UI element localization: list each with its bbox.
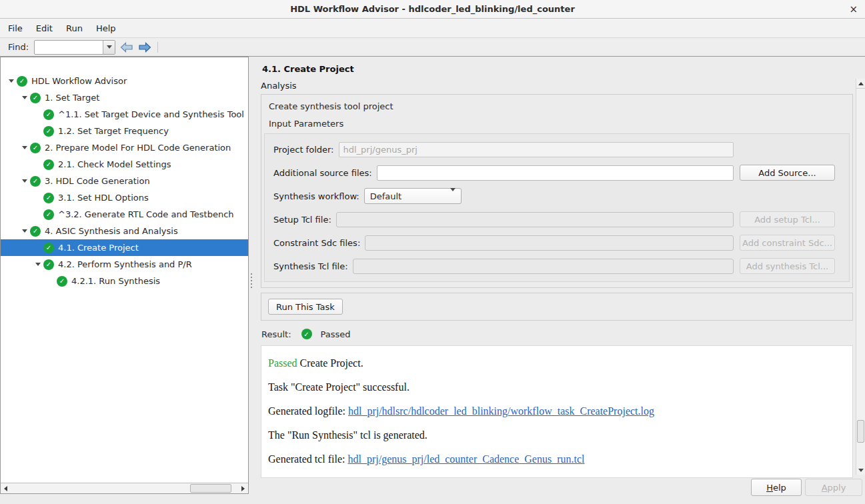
param-row-synthesis-tcl-file: Synthesis Tcl file:Add synthesis Tcl... <box>273 258 840 274</box>
scrollbar-track[interactable] <box>11 483 238 493</box>
triangle-down-icon <box>35 263 41 266</box>
tree-item-4-1-create-project[interactable]: ✓4.1. Create Project <box>1 239 248 256</box>
tree: ✓HDL Workflow Advisor✓1. Set Target✓^1.1… <box>1 57 248 483</box>
scroll-left-button[interactable] <box>1 483 11 493</box>
tree-item-label: 4.2.1. Run Synthesis <box>71 276 160 286</box>
menubar: FileEditRunHelp <box>0 19 865 38</box>
task-scroll-area: Analysis Create synthesis tool project I… <box>253 79 865 475</box>
tree-item-4-asic-synthesis-and-analysis[interactable]: ✓4. ASIC Synthesis and Analysis <box>1 223 248 239</box>
report-link[interactable]: hdl_prj/hdlsrc/hdlcoder_led_blinking/wor… <box>348 405 654 417</box>
menu-item-help[interactable]: Help <box>89 21 123 36</box>
tree-item-label: ^3.2. Generate RTL Code and Testbench <box>58 209 234 219</box>
tree-item-hdl-workflow-advisor[interactable]: ✓HDL Workflow Advisor <box>1 73 248 89</box>
hdl-workflow-advisor-window: HDL Workflow Advisor - hdlcoder_led_blin… <box>0 0 865 504</box>
find-next-button[interactable] <box>138 42 151 53</box>
scroll-up-button[interactable] <box>856 79 865 88</box>
synthesis-tcl-file-input <box>353 259 734 274</box>
task-panel: 4.1. Create Project Analysis Create synt… <box>253 57 865 504</box>
tree-item-label: HDL Workflow Advisor <box>31 76 127 86</box>
menu-item-run[interactable]: Run <box>59 21 89 36</box>
tree-item-label: 1.2. Set Target Frequency <box>58 126 169 136</box>
tree-item-3-hdl-code-generation[interactable]: ✓3. HDL Code Generation <box>1 173 248 189</box>
tree-item-label: 4.1. Create Project <box>58 243 139 253</box>
add-source-button[interactable]: Add Source... <box>740 165 835 181</box>
expander-icon[interactable] <box>19 229 30 233</box>
param-row-project-folder: Project folder: <box>273 141 840 157</box>
close-icon[interactable]: × <box>849 0 858 18</box>
left-column: ✓HDL Workflow Advisor✓1. Set Target✓^1.1… <box>0 57 249 504</box>
expander-icon[interactable] <box>19 96 30 99</box>
passed-check-icon: ✓ <box>43 243 54 253</box>
param-row-constraint-sdc-files: Constraint Sdc files:Add constraint Sdc.… <box>273 235 840 251</box>
report-line: Passed Create Project. <box>268 357 846 369</box>
triangle-down-icon <box>9 79 14 83</box>
expander-icon[interactable] <box>6 79 17 83</box>
menu-item-edit[interactable]: Edit <box>29 21 59 36</box>
tree-item-1-set-target[interactable]: ✓1. Set Target <box>1 89 248 106</box>
tree-horizontal-scrollbar[interactable] <box>1 483 248 493</box>
scrollbar-track[interactable] <box>856 88 865 465</box>
tree-item-4-2-perform-synthesis-and-p-r[interactable]: ✓4.2. Perform Synthesis and P/R <box>1 256 248 273</box>
tree-item-2-1-check-model-settings[interactable]: ✓2.1. Check Model Settings <box>1 156 248 173</box>
tree-item-4-2-1-run-synthesis[interactable]: ✓4.2.1. Run Synthesis <box>1 273 248 289</box>
result-line: Result: ✓ Passed <box>261 329 853 339</box>
report-line: Generated tcl file: hdl_prj/genus_prj/le… <box>268 453 846 465</box>
param-row-additional-source-files: Additional source files:Add Source... <box>273 165 840 181</box>
help-button[interactable]: Help <box>751 479 802 496</box>
tree-item-1-1-set-target-device-and-synthesis-tool[interactable]: ✓^1.1. Set Target Device and Synthesis T… <box>1 106 248 123</box>
panel-splitter[interactable] <box>249 57 253 504</box>
tree-item-2-prepare-model-for-hdl-code-generation[interactable]: ✓2. Prepare Model For HDL Code Generatio… <box>1 139 248 156</box>
tree-item-label: 1. Set Target <box>45 93 99 103</box>
find-previous-button[interactable] <box>120 42 133 53</box>
find-input[interactable] <box>35 41 103 54</box>
synthesis-workflow-label: Synthesis workflow: <box>273 191 359 201</box>
scrollbar-thumb[interactable] <box>190 484 231 493</box>
tree-item-label: 4.2. Perform Synthesis and P/R <box>58 259 192 269</box>
find-dropdown-button[interactable] <box>103 41 115 54</box>
report-line: Task "Create Project" successful. <box>268 381 846 393</box>
expander-icon[interactable] <box>19 179 30 183</box>
scroll-right-button[interactable] <box>238 483 248 493</box>
report-text: Generated logfile: <box>268 405 348 417</box>
tree-item-1-2-set-target-frequency[interactable]: ✓1.2. Set Target Frequency <box>1 123 248 139</box>
run-this-task-button[interactable]: Run This Task <box>268 299 343 315</box>
passed-check-icon: ✓ <box>43 159 54 170</box>
scroll-down-button[interactable] <box>856 465 865 475</box>
report: Passed Create Project.Task "Create Proje… <box>261 345 853 478</box>
add-setup-tcl-button: Add setup Tcl... <box>740 211 835 227</box>
passed-check-icon: ✓ <box>301 329 312 339</box>
report-text: Task "Create Project" successful. <box>268 381 409 393</box>
scrollbar-thumb[interactable] <box>857 420 864 443</box>
project-folder-label: Project folder: <box>273 145 334 155</box>
passed-check-icon: ✓ <box>17 76 27 87</box>
workflow-tree-panel: ✓HDL Workflow Advisor✓1. Set Target✓^1.1… <box>0 57 249 494</box>
report-text: The "Run Synthesis" tcl is generated. <box>268 429 427 441</box>
task-title: 4.1. Create Project <box>262 64 865 74</box>
constraint-sdc-files-input <box>365 235 734 251</box>
expander-icon[interactable] <box>33 263 43 266</box>
expander-icon[interactable] <box>19 146 30 149</box>
menu-item-file[interactable]: File <box>1 21 29 36</box>
arrow-left-icon <box>4 486 7 491</box>
task-body: Analysis Create synthesis tool project I… <box>253 79 856 475</box>
passed-check-icon: ✓ <box>43 209 54 220</box>
content-vertical-scrollbar[interactable] <box>856 79 865 475</box>
add-synthesis-tcl-button: Add synthesis Tcl... <box>740 258 835 274</box>
param-row-synthesis-workflow: Synthesis workflow:Default <box>273 188 840 204</box>
arrow-down-icon <box>858 469 864 472</box>
tree-item-3-2-generate-rtl-code-and-testbench[interactable]: ✓^3.2. Generate RTL Code and Testbench <box>1 206 248 223</box>
tree-item-3-1-set-hdl-options[interactable]: ✓3.1. Set HDL Options <box>1 189 248 206</box>
result-label: Result: <box>261 329 291 339</box>
passed-check-icon: ✓ <box>43 193 54 203</box>
run-task-box: Run This Task <box>261 293 853 321</box>
tree-item-label: 3.1. Set HDL Options <box>58 193 149 203</box>
tree-item-label: ^1.1. Set Target Device and Synthesis To… <box>58 109 244 119</box>
task-description: Create synthesis tool project <box>261 101 852 111</box>
synthesis-tcl-file-label: Synthesis Tcl file: <box>273 261 348 271</box>
synthesis-workflow-value: Default <box>370 191 402 201</box>
additional-source-files-input[interactable] <box>377 165 734 181</box>
report-link[interactable]: hdl_prj/genus_prj/led_counter_Cadence_Ge… <box>348 453 585 465</box>
synthesis-workflow-select[interactable]: Default <box>364 188 462 204</box>
report-text: Create Project. <box>297 357 363 369</box>
passed-check-icon: ✓ <box>30 176 41 187</box>
